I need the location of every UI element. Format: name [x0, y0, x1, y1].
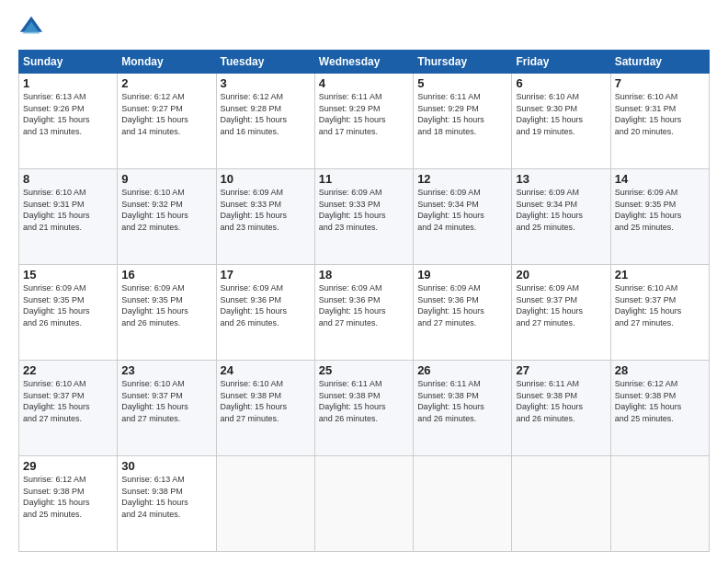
day-number: 3	[221, 76, 311, 90]
calendar-cell: 27 Sunrise: 6:11 AMSunset: 9:38 PMDaylig…	[512, 361, 610, 456]
calendar-cell: 15 Sunrise: 6:09 AMSunset: 9:35 PMDaylig…	[19, 265, 118, 361]
cell-text: Sunrise: 6:09 AMSunset: 9:36 PMDaylight:…	[319, 283, 386, 327]
day-number: 2	[121, 76, 211, 90]
calendar-cell: 29 Sunrise: 6:12 AMSunset: 9:38 PMDaylig…	[19, 456, 118, 552]
day-number: 14	[615, 172, 705, 186]
day-number: 10	[221, 172, 311, 186]
calendar-cell: 20 Sunrise: 6:09 AMSunset: 9:37 PMDaylig…	[512, 265, 610, 361]
calendar-cell: 18 Sunrise: 6:09 AMSunset: 9:36 PMDaylig…	[314, 265, 413, 361]
calendar-cell: 22 Sunrise: 6:10 AMSunset: 9:37 PMDaylig…	[19, 361, 118, 456]
calendar-week-row: 8 Sunrise: 6:10 AMSunset: 9:31 PMDayligh…	[19, 169, 710, 265]
day-number: 19	[417, 268, 507, 282]
day-number: 28	[615, 363, 705, 377]
day-number: 17	[221, 268, 311, 282]
calendar-cell: 17 Sunrise: 6:09 AMSunset: 9:36 PMDaylig…	[216, 265, 314, 361]
calendar-week-row: 1 Sunrise: 6:13 AMSunset: 9:26 PMDayligh…	[19, 74, 710, 169]
cell-text: Sunrise: 6:09 AMSunset: 9:33 PMDaylight:…	[319, 188, 386, 232]
calendar-header-row: SundayMondayTuesdayWednesdayThursdayFrid…	[19, 51, 710, 74]
calendar-day-header: Thursday	[414, 51, 512, 74]
cell-text: Sunrise: 6:10 AMSunset: 9:31 PMDaylight:…	[615, 92, 682, 136]
cell-text: Sunrise: 6:09 AMSunset: 9:35 PMDaylight:…	[121, 283, 188, 327]
day-number: 6	[516, 76, 606, 90]
day-number: 18	[319, 268, 409, 282]
cell-text: Sunrise: 6:09 AMSunset: 9:34 PMDaylight:…	[516, 188, 583, 232]
cell-text: Sunrise: 6:09 AMSunset: 9:37 PMDaylight:…	[516, 283, 583, 327]
calendar-cell	[414, 456, 512, 552]
calendar-cell	[216, 456, 314, 552]
cell-text: Sunrise: 6:10 AMSunset: 9:37 PMDaylight:…	[23, 379, 90, 423]
calendar-cell: 3 Sunrise: 6:12 AMSunset: 9:28 PMDayligh…	[216, 74, 314, 169]
header	[18, 15, 710, 40]
calendar-cell: 25 Sunrise: 6:11 AMSunset: 9:38 PMDaylig…	[314, 361, 413, 456]
calendar-table: SundayMondayTuesdayWednesdayThursdayFrid…	[18, 50, 710, 552]
calendar-cell: 30 Sunrise: 6:13 AMSunset: 9:38 PMDaylig…	[118, 456, 216, 552]
logo	[18, 15, 48, 40]
cell-text: Sunrise: 6:09 AMSunset: 9:35 PMDaylight:…	[23, 283, 90, 327]
cell-text: Sunrise: 6:10 AMSunset: 9:30 PMDaylight:…	[516, 92, 583, 136]
calendar-cell: 14 Sunrise: 6:09 AMSunset: 9:35 PMDaylig…	[610, 169, 709, 265]
calendar-cell: 11 Sunrise: 6:09 AMSunset: 9:33 PMDaylig…	[314, 169, 413, 265]
day-number: 26	[417, 363, 507, 377]
logo-icon	[18, 15, 44, 40]
day-number: 11	[319, 172, 409, 186]
cell-text: Sunrise: 6:11 AMSunset: 9:38 PMDaylight:…	[417, 379, 484, 423]
day-number: 20	[516, 268, 606, 282]
calendar-cell: 7 Sunrise: 6:10 AMSunset: 9:31 PMDayligh…	[610, 74, 709, 169]
page: SundayMondayTuesdayWednesdayThursdayFrid…	[0, 0, 728, 563]
calendar-cell: 5 Sunrise: 6:11 AMSunset: 9:29 PMDayligh…	[414, 74, 512, 169]
cell-text: Sunrise: 6:12 AMSunset: 9:38 PMDaylight:…	[615, 379, 682, 423]
day-number: 27	[516, 363, 606, 377]
calendar-cell: 19 Sunrise: 6:09 AMSunset: 9:36 PMDaylig…	[414, 265, 512, 361]
calendar-cell: 12 Sunrise: 6:09 AMSunset: 9:34 PMDaylig…	[414, 169, 512, 265]
calendar-cell: 21 Sunrise: 6:10 AMSunset: 9:37 PMDaylig…	[610, 265, 709, 361]
cell-text: Sunrise: 6:13 AMSunset: 9:26 PMDaylight:…	[23, 92, 90, 136]
calendar-day-header: Tuesday	[216, 51, 314, 74]
day-number: 23	[121, 363, 211, 377]
calendar-cell: 8 Sunrise: 6:10 AMSunset: 9:31 PMDayligh…	[19, 169, 118, 265]
calendar-cell: 6 Sunrise: 6:10 AMSunset: 9:30 PMDayligh…	[512, 74, 610, 169]
calendar-week-row: 29 Sunrise: 6:12 AMSunset: 9:38 PMDaylig…	[19, 456, 710, 552]
cell-text: Sunrise: 6:09 AMSunset: 9:34 PMDaylight:…	[417, 188, 484, 232]
cell-text: Sunrise: 6:11 AMSunset: 9:29 PMDaylight:…	[417, 92, 484, 136]
day-number: 5	[417, 76, 507, 90]
calendar-cell: 1 Sunrise: 6:13 AMSunset: 9:26 PMDayligh…	[19, 74, 118, 169]
day-number: 4	[319, 76, 409, 90]
calendar-cell: 24 Sunrise: 6:10 AMSunset: 9:38 PMDaylig…	[216, 361, 314, 456]
cell-text: Sunrise: 6:09 AMSunset: 9:36 PMDaylight:…	[417, 283, 484, 327]
cell-text: Sunrise: 6:09 AMSunset: 9:33 PMDaylight:…	[221, 188, 288, 232]
calendar-day-header: Friday	[512, 51, 610, 74]
cell-text: Sunrise: 6:09 AMSunset: 9:36 PMDaylight:…	[221, 283, 288, 327]
day-number: 25	[319, 363, 409, 377]
cell-text: Sunrise: 6:12 AMSunset: 9:38 PMDaylight:…	[23, 475, 90, 519]
day-number: 9	[121, 172, 211, 186]
day-number: 7	[615, 76, 705, 90]
calendar-week-row: 22 Sunrise: 6:10 AMSunset: 9:37 PMDaylig…	[19, 361, 710, 456]
day-number: 21	[615, 268, 705, 282]
calendar-cell	[512, 456, 610, 552]
calendar-cell: 23 Sunrise: 6:10 AMSunset: 9:37 PMDaylig…	[118, 361, 216, 456]
day-number: 1	[23, 76, 113, 90]
calendar-cell: 26 Sunrise: 6:11 AMSunset: 9:38 PMDaylig…	[414, 361, 512, 456]
cell-text: Sunrise: 6:13 AMSunset: 9:38 PMDaylight:…	[121, 475, 188, 519]
day-number: 13	[516, 172, 606, 186]
day-number: 30	[121, 459, 211, 473]
calendar-cell: 10 Sunrise: 6:09 AMSunset: 9:33 PMDaylig…	[216, 169, 314, 265]
calendar-day-header: Saturday	[610, 51, 709, 74]
day-number: 29	[23, 459, 113, 473]
calendar-day-header: Monday	[118, 51, 216, 74]
day-number: 15	[23, 268, 113, 282]
cell-text: Sunrise: 6:10 AMSunset: 9:32 PMDaylight:…	[121, 188, 188, 232]
calendar-day-header: Sunday	[19, 51, 118, 74]
cell-text: Sunrise: 6:10 AMSunset: 9:38 PMDaylight:…	[221, 379, 288, 423]
cell-text: Sunrise: 6:12 AMSunset: 9:28 PMDaylight:…	[221, 92, 288, 136]
cell-text: Sunrise: 6:10 AMSunset: 9:31 PMDaylight:…	[23, 188, 90, 232]
calendar-cell: 9 Sunrise: 6:10 AMSunset: 9:32 PMDayligh…	[118, 169, 216, 265]
cell-text: Sunrise: 6:10 AMSunset: 9:37 PMDaylight:…	[615, 283, 682, 327]
calendar-cell: 28 Sunrise: 6:12 AMSunset: 9:38 PMDaylig…	[610, 361, 709, 456]
day-number: 24	[221, 363, 311, 377]
cell-text: Sunrise: 6:11 AMSunset: 9:38 PMDaylight:…	[319, 379, 386, 423]
day-number: 22	[23, 363, 113, 377]
cell-text: Sunrise: 6:12 AMSunset: 9:27 PMDaylight:…	[121, 92, 188, 136]
day-number: 8	[23, 172, 113, 186]
cell-text: Sunrise: 6:11 AMSunset: 9:38 PMDaylight:…	[516, 379, 583, 423]
